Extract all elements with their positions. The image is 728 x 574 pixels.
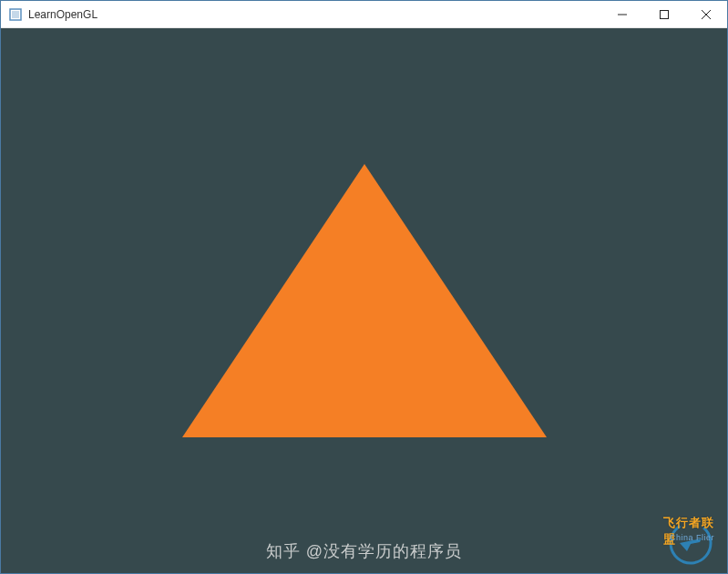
application-window: LearnOpenGL 知乎 @没有学历的程序员 (0, 0, 728, 574)
close-icon (702, 10, 711, 19)
window-title: LearnOpenGL (28, 8, 601, 21)
window-controls (601, 1, 727, 27)
minimize-icon (618, 10, 627, 19)
opengl-viewport: 知乎 @没有学历的程序员 飞行者联盟 China Flier (1, 28, 727, 573)
svg-rect-1 (12, 11, 19, 18)
titlebar[interactable]: LearnOpenGL (1, 1, 727, 28)
logo-text-sub: China Flier (670, 533, 714, 542)
logo-text-top: 飞行者联盟 (663, 515, 714, 548)
maximize-button[interactable] (643, 1, 685, 27)
svg-rect-3 (661, 10, 669, 18)
minimize-button[interactable] (601, 1, 643, 27)
maximize-icon (660, 10, 669, 19)
watermark-text: 知乎 @没有学历的程序员 (266, 540, 462, 562)
app-icon (8, 7, 23, 22)
rendered-triangle (182, 164, 547, 437)
watermark-logo: 飞行者联盟 China Flier (663, 511, 718, 566)
close-button[interactable] (685, 1, 727, 27)
